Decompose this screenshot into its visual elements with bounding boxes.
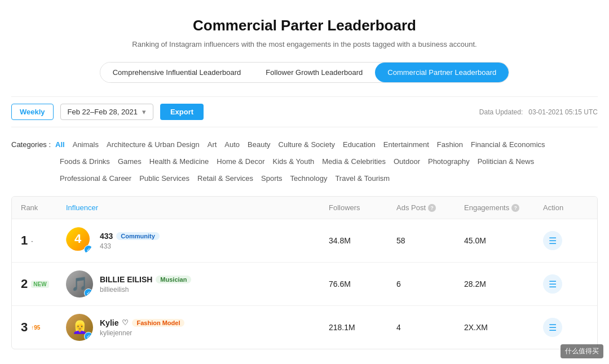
categories-row-3: Professional & Career Public Services Re…	[56, 170, 598, 187]
action-cell-3: ☰	[543, 318, 588, 337]
cat-financial[interactable]: Financial & Economics	[467, 136, 549, 153]
cat-public[interactable]: Public Services	[136, 170, 193, 187]
heart-icon: ♡	[122, 318, 129, 327]
page-header: Commercial Parter Leaderboard Ranking of…	[11, 17, 598, 48]
cat-auto[interactable]: Auto	[221, 136, 243, 153]
rank-badge-1: -	[31, 238, 33, 244]
ads-post-3: 4	[396, 323, 464, 332]
influencer-info-2: BILLIE EILISH Musician billieeilish	[100, 275, 191, 294]
influencer-name-3: Kylie ♡ Fashion Model	[100, 318, 184, 327]
tab-follower[interactable]: Follower Growth Leaderboard	[253, 63, 375, 82]
influencer-handle-1: 433	[100, 242, 160, 250]
verified-badge-2: ✓	[84, 288, 93, 298]
table-header-row: Rank Influencer Followers Ads Post ? Eng…	[12, 197, 597, 219]
tab-bar: Comprehensive Influential Leaderboard Fo…	[100, 62, 510, 83]
followers-2: 76.6M	[329, 279, 396, 288]
influencer-info-1: 433 Community 433	[100, 232, 160, 250]
rank-number-2: 2	[21, 277, 28, 291]
cat-home[interactable]: Home & Decor	[213, 153, 268, 170]
cat-kids[interactable]: Kids & Youth	[270, 153, 318, 170]
rank-badge-2: NEW	[31, 281, 48, 288]
cat-foods[interactable]: Foods & Drinks	[56, 153, 113, 170]
page-title: Commercial Parter Leaderboard	[11, 17, 598, 34]
date-picker[interactable]: Feb 22–Feb 28, 2021 ▾	[60, 104, 153, 120]
cat-entertainment[interactable]: Entertainment	[380, 136, 433, 153]
influencer-tag-1: Community	[116, 232, 160, 240]
rank-cell-1: 1 -	[21, 233, 66, 248]
followers-3: 218.1M	[329, 323, 396, 332]
action-cell-1: ☰	[543, 231, 588, 250]
cat-art[interactable]: Art	[204, 136, 220, 153]
tab-commercial[interactable]: Commercial Partner Leaderboard	[375, 63, 509, 82]
engagements-1: 45.0M	[464, 236, 543, 245]
date-range-label: Feb 22–Feb 28, 2021	[68, 108, 138, 116]
influencer-name-1: 433 Community	[100, 232, 160, 241]
watermark: 什么值得买	[561, 344, 603, 358]
cat-sports[interactable]: Sports	[258, 170, 286, 187]
col-followers: Followers	[329, 203, 396, 212]
avatar-2: 🎵 ✓	[66, 270, 93, 298]
action-button-2[interactable]: ☰	[543, 274, 562, 294]
rank-number-3: 3	[21, 320, 28, 335]
cat-education[interactable]: Education	[339, 136, 379, 153]
cat-games[interactable]: Games	[114, 153, 145, 170]
table-row: 1 - 4 ✓ 433 Community 433 34.8M 58 45.0M	[12, 219, 597, 263]
cat-technology[interactable]: Technology	[287, 170, 331, 187]
cat-retail[interactable]: Retail & Services	[194, 170, 257, 187]
cat-outdoor[interactable]: Outdoor	[390, 153, 423, 170]
cat-fashion[interactable]: Fashion	[434, 136, 466, 153]
data-updated: Data Updated: 03-01-2021 05:15 UTC	[479, 108, 598, 116]
rank-cell-2: 2 NEW	[21, 277, 66, 291]
influencer-tag-2: Musician	[156, 276, 191, 283]
influencer-info-3: Kylie ♡ Fashion Model kyliejenner	[100, 318, 184, 337]
cat-travel[interactable]: Travel & Tourism	[332, 170, 393, 187]
influencer-cell-3: 👱‍♀️ ✓ Kylie ♡ Fashion Model kyliejenner	[66, 314, 329, 341]
table-row: 2 NEW 🎵 ✓ BILLIE EILISH Musician billiee…	[12, 263, 597, 306]
engagements-help-icon[interactable]: ?	[511, 204, 519, 212]
cat-culture[interactable]: Culture & Society	[275, 136, 338, 153]
chevron-down-icon: ▾	[142, 108, 146, 116]
col-action: Action	[543, 203, 588, 212]
col-ads-post: Ads Post ?	[396, 203, 464, 212]
action-button-1[interactable]: ☰	[543, 231, 562, 250]
influencer-tag-3: Fashion Model	[132, 319, 184, 327]
cat-health[interactable]: Health & Medicine	[146, 153, 213, 170]
categories-section: Categories : All Animals Architecture & …	[11, 136, 598, 187]
data-updated-value: 03-01-2021 05:15 UTC	[528, 108, 598, 116]
ads-post-help-icon[interactable]: ?	[428, 204, 436, 212]
cat-photography[interactable]: Photography	[425, 153, 473, 170]
action-button-3[interactable]: ☰	[543, 318, 562, 337]
cat-professional[interactable]: Professional & Career	[56, 170, 135, 187]
export-button[interactable]: Export	[160, 104, 204, 120]
engagements-3: 2X.XM	[464, 323, 543, 332]
toolbar: Weekly Feb 22–Feb 28, 2021 ▾ Export Data…	[11, 96, 598, 127]
categories-row-1: Categories : All Animals Architecture & …	[11, 136, 598, 153]
cat-architecture[interactable]: Architecture & Urban Design	[103, 136, 203, 153]
rank-number-1: 1	[21, 233, 28, 248]
influencer-cell-1: 4 ✓ 433 Community 433	[66, 227, 329, 254]
page-container: Commercial Parter Leaderboard Ranking of…	[0, 0, 609, 361]
page-subtitle: Ranking of Instagram influencers with th…	[11, 40, 598, 48]
cat-all[interactable]: All	[52, 136, 68, 153]
ads-post-2: 6	[396, 279, 464, 288]
cat-beauty[interactable]: Beauty	[244, 136, 273, 153]
influencer-handle-3: kyliejenner	[100, 329, 184, 337]
categories-row-2: Foods & Drinks Games Health & Medicine H…	[56, 153, 598, 170]
period-button[interactable]: Weekly	[11, 104, 54, 120]
followers-1: 34.8M	[329, 236, 396, 245]
verified-badge-1: ✓	[84, 245, 93, 254]
tab-comprehensive[interactable]: Comprehensive Influential Leaderboard	[100, 63, 254, 82]
verified-badge-3: ✓	[84, 332, 93, 341]
data-updated-label: Data Updated:	[479, 108, 523, 116]
cat-media[interactable]: Media & Celebrities	[319, 153, 389, 170]
rank-cell-3: 3 ↑95	[21, 320, 66, 335]
action-cell-2: ☰	[543, 274, 588, 294]
influencer-handle-2: billieeilish	[100, 286, 191, 294]
cat-politician[interactable]: Politician & News	[474, 153, 537, 170]
table-row: 3 ↑95 👱‍♀️ ✓ Kylie ♡ Fashion Model kylie…	[12, 306, 597, 349]
engagements-2: 28.2M	[464, 279, 543, 288]
cat-animals[interactable]: Animals	[69, 136, 102, 153]
col-influencer: Influencer	[66, 203, 329, 212]
categories-label: Categories :	[11, 137, 51, 152]
col-rank: Rank	[21, 203, 66, 212]
